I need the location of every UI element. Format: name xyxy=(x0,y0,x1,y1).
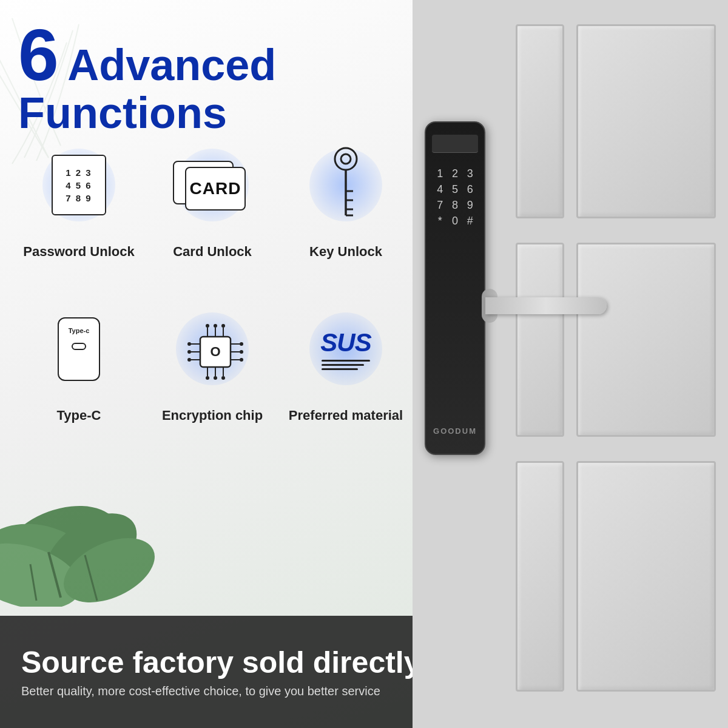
svg-point-27 xyxy=(187,342,191,346)
bottom-banner: Source factory sold directly Better qual… xyxy=(0,616,413,728)
sus-line-3 xyxy=(322,368,358,370)
key-4: 4 xyxy=(435,184,445,195)
key-0: 0 xyxy=(450,215,460,226)
card-icon-wrapper: CARD xyxy=(167,133,258,237)
key-3: 3 xyxy=(465,168,475,179)
svg-point-30 xyxy=(240,342,243,346)
lock-brand: GOODUM xyxy=(426,426,484,436)
door-panel-2 xyxy=(516,24,564,218)
typec-port xyxy=(72,343,86,350)
key-7: 7 xyxy=(435,200,445,211)
svg-point-29 xyxy=(187,358,191,362)
key-star: * xyxy=(435,215,445,226)
svg-point-23 xyxy=(221,324,225,328)
svg-point-28 xyxy=(187,350,191,354)
svg-point-26 xyxy=(221,376,225,380)
key-icon-wrapper xyxy=(300,133,391,237)
chip-icon-wrapper: O xyxy=(167,297,258,400)
card-unlock-label: Card Unlock xyxy=(173,244,252,260)
feature-key-unlock: Key Unlock xyxy=(285,127,406,279)
banner-title: Source factory sold directly xyxy=(21,646,413,679)
card-icon-container: CARD xyxy=(173,152,252,218)
key-icon xyxy=(322,146,370,224)
sus-icon: SUS xyxy=(320,328,371,370)
chip-icon: O xyxy=(182,318,243,379)
key-unlock-label: Key Unlock xyxy=(309,244,382,260)
title-number: 6 xyxy=(18,14,59,95)
password-row-1: 1 2 3 xyxy=(66,167,92,178)
password-icon-wrapper: 1 2 3 4 5 6 7 8 9 xyxy=(33,133,124,237)
svg-point-0 xyxy=(335,148,357,170)
svg-point-32 xyxy=(240,358,243,362)
feature-preferred-material: SUS Preferred material xyxy=(285,291,406,443)
door-panel-6 xyxy=(516,461,564,692)
door-panel-3 xyxy=(576,243,716,437)
card-front: CARD xyxy=(185,167,246,211)
lock-keypad: 1 2 3 4 5 6 7 8 9 * 0 # xyxy=(432,165,478,229)
svg-point-25 xyxy=(214,376,217,380)
banner-subtitle: Better quality, more cost-effective choi… xyxy=(21,684,413,698)
plant-decoration xyxy=(0,425,200,607)
feature-card-unlock: CARD Card Unlock xyxy=(152,127,273,279)
feature-typec: Type-c Type-C xyxy=(18,291,140,443)
password-icon: 1 2 3 4 5 6 7 8 9 xyxy=(52,155,106,215)
preferred-material-label: Preferred material xyxy=(289,408,403,423)
key-1: 1 xyxy=(435,168,445,179)
door-lock: 1 2 3 4 5 6 7 8 9 * 0 # GOODUM xyxy=(425,121,504,485)
encryption-chip-label: Encryption chip xyxy=(162,408,263,423)
sus-text: SUS xyxy=(320,328,371,357)
typec-icon-wrapper: Type-c xyxy=(33,297,124,400)
lock-screen xyxy=(432,135,478,153)
feature-encryption-chip: O xyxy=(152,291,273,443)
key-8: 8 xyxy=(450,200,460,211)
sus-lines xyxy=(322,360,370,370)
key-2: 2 xyxy=(450,168,460,179)
left-content-area: 6 Advanced Functions 1 2 3 4 5 6 7 8 9 P… xyxy=(0,0,413,728)
sus-line-2 xyxy=(322,364,364,366)
key-hash: # xyxy=(465,215,475,226)
password-unlock-label: Password Unlock xyxy=(23,244,134,260)
password-row-2: 4 5 6 xyxy=(66,180,92,190)
sus-line-1 xyxy=(322,360,370,362)
svg-point-21 xyxy=(206,324,209,328)
door-panel-5 xyxy=(576,461,716,692)
svg-point-1 xyxy=(341,154,351,164)
svg-point-31 xyxy=(240,350,243,354)
password-row-3: 7 8 9 xyxy=(66,193,92,203)
typec-icon: Type-c xyxy=(58,317,100,381)
features-grid: 1 2 3 4 5 6 7 8 9 Password Unlock CARD C… xyxy=(18,127,406,443)
lock-handle xyxy=(485,297,607,314)
key-6: 6 xyxy=(465,184,475,195)
lock-body: 1 2 3 4 5 6 7 8 9 * 0 # GOODUM xyxy=(425,121,485,455)
svg-point-22 xyxy=(214,324,217,328)
key-5: 5 xyxy=(450,184,460,195)
typec-label-text: Type-C xyxy=(57,408,101,423)
door-panel-1 xyxy=(576,24,716,218)
key-9: 9 xyxy=(465,200,475,211)
door-panel-4 xyxy=(516,243,564,437)
feature-password-unlock: 1 2 3 4 5 6 7 8 9 Password Unlock xyxy=(18,127,140,279)
card-text: CARD xyxy=(190,179,241,198)
sus-icon-wrapper: SUS xyxy=(300,297,391,400)
title-section: 6 Advanced Functions xyxy=(18,18,394,135)
svg-point-24 xyxy=(206,376,209,380)
typec-label: Type-c xyxy=(69,327,90,334)
svg-text:O: O xyxy=(210,344,220,359)
